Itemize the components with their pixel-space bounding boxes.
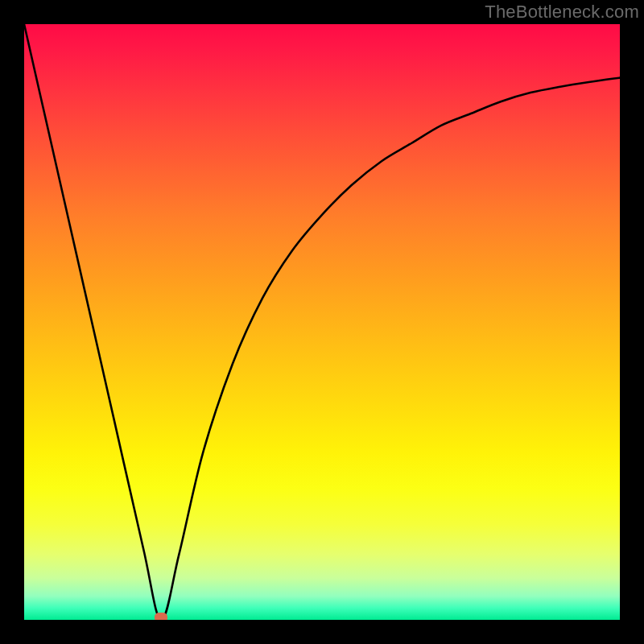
minimum-marker bbox=[155, 613, 167, 620]
attribution-label: TheBottleneck.com bbox=[485, 2, 639, 23]
plot-area bbox=[24, 24, 620, 620]
bottleneck-curve bbox=[24, 24, 620, 620]
chart-frame: TheBottleneck.com bbox=[0, 0, 644, 644]
